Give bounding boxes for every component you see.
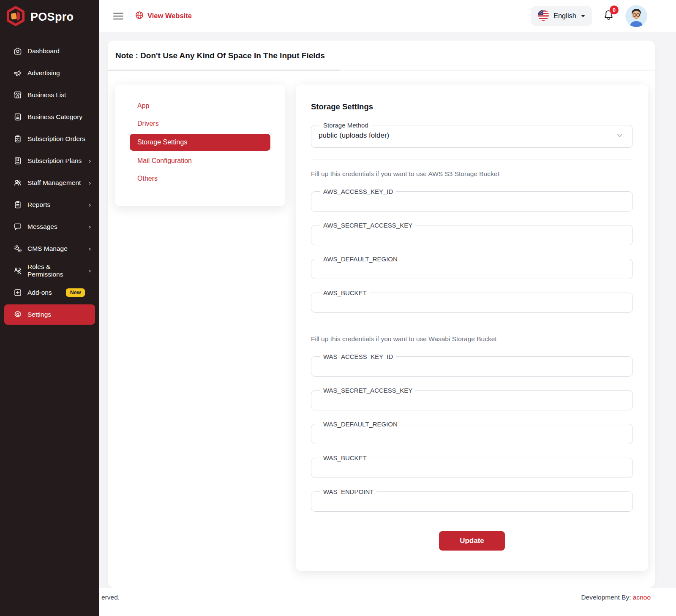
aws-default-region-input[interactable] (317, 263, 627, 276)
pospro-logo-icon (6, 6, 25, 27)
form-title: Storage Settings (311, 102, 633, 111)
aws-access-key-id-input[interactable] (317, 195, 627, 209)
tab-storage-settings[interactable]: Storage Settings (130, 134, 270, 151)
footer-copyright-partial: erved. (101, 594, 120, 601)
notification-count-badge: 0 (610, 5, 619, 14)
users-icon (14, 179, 22, 187)
acnoo-link[interactable]: acnoo (633, 594, 651, 601)
content-area: Note : Don't Use Any Kind Of Space In Th… (99, 32, 676, 588)
wasabi-hint-text: Fill up this credentials if you want to … (311, 335, 633, 343)
sidebar-item-staff-management[interactable]: Staff Management › (0, 172, 99, 194)
was-access-key-id-input[interactable] (317, 360, 627, 374)
field-label: AWS_SECRET_ACCESS_KEY (320, 222, 415, 229)
chevron-right-icon: › (89, 179, 91, 186)
was-secret-access-key-field: WAS_SECRET_ACCESS_KEY (311, 387, 633, 410)
divider (311, 160, 633, 160)
sidebar: POSpro Dashboard Advertising Busine (0, 0, 99, 616)
footer: erved. Development By: acnoo (0, 588, 676, 616)
chevron-down-icon (616, 131, 624, 140)
chevron-right-icon: › (89, 157, 91, 164)
was-bucket-input[interactable] (317, 461, 627, 475)
was-access-key-id-field: WAS_ACCESS_KEY_ID (311, 353, 633, 377)
sidebar-item-label: Messages (27, 223, 57, 231)
field-label: AWS_BUCKET (320, 289, 370, 296)
aws-bucket-field: AWS_BUCKET (311, 289, 633, 313)
chevron-right-icon: › (89, 201, 91, 208)
settings-page-card: Note : Don't Use Any Kind Of Space In Th… (108, 41, 655, 588)
sidebar-item-cms-manage[interactable]: CMS Manage › (0, 238, 99, 260)
chevron-right-icon: › (89, 245, 91, 252)
field-label: WAS_DEFAULT_REGION (320, 421, 401, 428)
page-note: Note : Don't Use Any Kind Of Space In Th… (108, 41, 655, 70)
hamburger-menu-button[interactable] (113, 11, 123, 22)
sidebar-item-roles-permissions[interactable]: Roles & Permissions › (0, 260, 99, 282)
globe-icon (135, 11, 144, 21)
storage-method-value: public (uploads folder) (319, 131, 389, 140)
storage-settings-form-card: Storage Settings Storage Method public (… (296, 84, 648, 571)
was-bucket-field: WAS_BUCKET (311, 454, 633, 478)
notifications-button[interactable]: 0 (603, 9, 614, 22)
chat-icon (14, 223, 22, 231)
aws-access-key-id-field: AWS_ACCESS_KEY_ID (311, 188, 633, 212)
sidebar-item-messages[interactable]: Messages › (0, 216, 99, 238)
tab-app[interactable]: App (115, 97, 285, 115)
sidebar-item-label: Subscription Plans (27, 157, 82, 165)
tab-others[interactable]: Others (115, 170, 285, 187)
chevron-down-icon (581, 15, 585, 17)
was-secret-access-key-input[interactable] (317, 394, 627, 407)
sidebar-item-reports[interactable]: Reports › (0, 194, 99, 216)
user-avatar[interactable] (625, 5, 647, 27)
report-icon (14, 201, 22, 209)
topbar: View Website (99, 0, 676, 32)
language-selector[interactable]: English (531, 6, 592, 26)
was-default-region-input[interactable] (317, 428, 627, 441)
sidebar-item-label: Business List (27, 91, 66, 99)
storefront-icon (14, 91, 22, 99)
aws-bucket-input[interactable] (317, 296, 627, 310)
sidebar-nav: Dashboard Advertising Business List Busi… (0, 34, 99, 326)
sidebar-item-label: Advertising (27, 69, 60, 77)
sidebar-item-add-ons[interactable]: Add-ons New (0, 282, 99, 304)
view-website-link[interactable]: View Website (135, 11, 192, 21)
tab-drivers[interactable]: Drivers (115, 115, 285, 133)
sidebar-item-label: Staff Management (27, 179, 81, 187)
update-button[interactable]: Update (439, 531, 505, 551)
divider (311, 325, 633, 325)
brand[interactable]: POSpro (0, 0, 99, 34)
aws-hint-text: Fill up this credentials if you want to … (311, 170, 633, 178)
storage-method-select[interactable]: Storage Method public (uploads folder) (311, 122, 633, 148)
clipboard-icon (14, 135, 22, 143)
sidebar-item-dashboard[interactable]: Dashboard (0, 40, 99, 62)
tab-mail-configuration[interactable]: Mail Configuration (115, 152, 285, 170)
sidebar-item-label: CMS Manage (27, 245, 68, 252)
was-endpoint-field: WAS_ENDPOINT (311, 488, 633, 512)
sidebar-item-advertising[interactable]: Advertising (0, 62, 99, 84)
settings-tabs-card: App Drivers Storage Settings Mail Config… (115, 84, 285, 206)
language-label: English (553, 12, 576, 20)
field-label: WAS_ENDPOINT (320, 488, 376, 495)
field-label: Storage Method (320, 122, 371, 129)
field-label: AWS_ACCESS_KEY_ID (320, 188, 396, 195)
gears-icon (14, 244, 22, 253)
aws-default-region-field: AWS_DEFAULT_REGION (311, 255, 633, 279)
main-area: View Website (99, 0, 676, 616)
sidebar-item-subscription-plans[interactable]: Subscription Plans › (0, 150, 99, 172)
sidebar-item-subscription-orders[interactable]: Subscription Orders (0, 128, 99, 150)
chevron-right-icon: › (89, 267, 91, 274)
document-icon (14, 113, 22, 121)
field-label: AWS_DEFAULT_REGION (320, 255, 401, 263)
sidebar-item-label: Business Category (27, 113, 82, 121)
bookmark-icon (14, 157, 22, 165)
app-window: POSpro Dashboard Advertising Busine (0, 0, 676, 616)
was-endpoint-input[interactable] (317, 495, 627, 509)
sidebar-item-label: Roles & Permissions (27, 263, 83, 278)
brand-name: POSpro (30, 11, 74, 24)
aws-secret-access-key-field: AWS_SECRET_ACCESS_KEY (311, 222, 633, 245)
sidebar-item-settings[interactable]: Settings (4, 304, 95, 325)
plus-square-icon (14, 288, 22, 297)
sidebar-item-label: Reports (27, 201, 50, 209)
new-badge: New (66, 288, 85, 297)
sidebar-item-business-category[interactable]: Business Category (0, 106, 99, 128)
aws-secret-access-key-input[interactable] (317, 229, 627, 242)
sidebar-item-business-list[interactable]: Business List (0, 84, 99, 106)
